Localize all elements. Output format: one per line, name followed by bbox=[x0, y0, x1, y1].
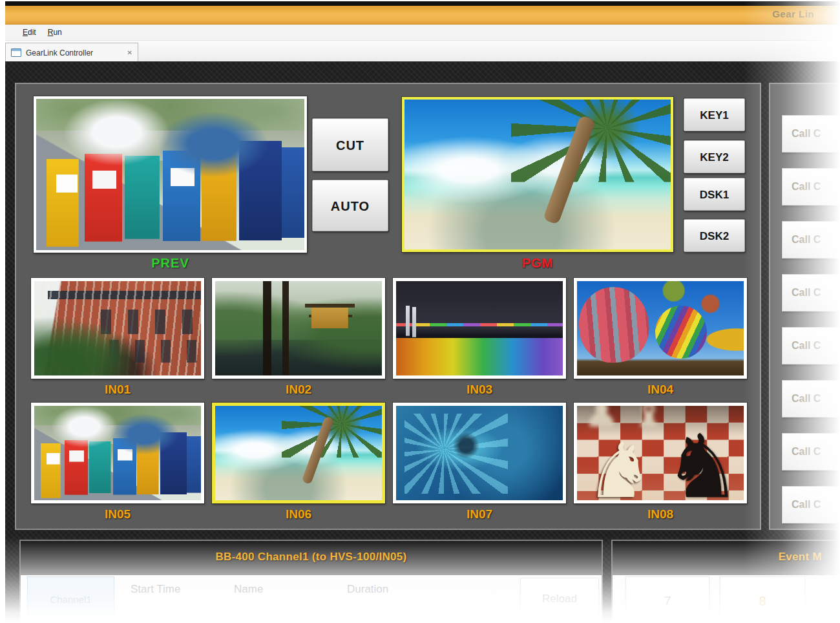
tab-close-icon[interactable] bbox=[127, 49, 132, 56]
switcher-panel: PREV CUT AUTO PGM KEY1 KEY2 DSK1 DSK2 bbox=[15, 83, 761, 530]
call-button-7[interactable]: Call C bbox=[782, 433, 840, 470]
workspace: PREV CUT AUTO PGM KEY1 KEY2 DSK1 DSK2 bbox=[5, 61, 840, 623]
input-label-in01: IN01 bbox=[31, 383, 204, 397]
preview-label: PREV bbox=[34, 256, 307, 271]
call-button-4[interactable]: Call C bbox=[782, 274, 840, 312]
event-header: Event M bbox=[613, 541, 839, 575]
window-title: Gear Lin bbox=[772, 8, 814, 19]
call-button-8[interactable]: Call C bbox=[782, 486, 840, 523]
input-thumbnail-in05[interactable] bbox=[31, 403, 204, 503]
window-top-edge bbox=[5, 1, 840, 6]
window-icon bbox=[11, 48, 21, 57]
input-label-in03: IN03 bbox=[393, 383, 566, 397]
input-thumbnail-in03[interactable] bbox=[393, 278, 566, 379]
preview-monitor bbox=[34, 96, 307, 253]
program-monitor bbox=[402, 97, 673, 252]
input-image-in08 bbox=[577, 406, 744, 500]
event-title: Event M bbox=[613, 551, 839, 564]
black-knight bbox=[664, 423, 742, 500]
call-button-6[interactable]: Call C bbox=[782, 380, 840, 417]
input-label-in05: IN05 bbox=[31, 507, 204, 522]
input-thumbnail-in08[interactable] bbox=[574, 403, 747, 503]
program-image bbox=[404, 100, 671, 249]
bb400-header: BB-400 Channel1 (to HVS-100/IN05) bbox=[21, 541, 602, 575]
column-duration: Duration bbox=[347, 583, 388, 596]
column-name: Name bbox=[234, 583, 263, 596]
bb400-title: BB-400 Channel1 (to HVS-100/IN05) bbox=[21, 551, 602, 564]
tab-bar: GearLink Controller bbox=[5, 41, 840, 63]
input-thumbnail-in01[interactable] bbox=[31, 278, 204, 379]
input-label-in04: IN04 bbox=[574, 383, 747, 397]
input-label-in08: IN08 bbox=[574, 507, 747, 522]
title-bar: Gear Lin bbox=[5, 6, 840, 25]
call-panel: Call C Call C Call C Call C Call C Call … bbox=[769, 83, 840, 530]
call-button-3[interactable]: Call C bbox=[782, 221, 840, 259]
menu-bar: Edit Run bbox=[5, 25, 840, 41]
cut-button[interactable]: CUT bbox=[312, 118, 388, 171]
input-thumbnail-in04[interactable] bbox=[574, 278, 747, 379]
preview-image bbox=[36, 99, 304, 250]
call-button-2[interactable]: Call C bbox=[782, 168, 840, 206]
input-image-in03 bbox=[396, 281, 563, 375]
bb400-panel: BB-400 Channel1 (to HVS-100/IN05) Channe… bbox=[19, 540, 603, 623]
tab-title: GearLink Controller bbox=[26, 48, 93, 58]
input-image-in01 bbox=[34, 281, 201, 375]
event-button-8[interactable]: 8 bbox=[720, 576, 805, 623]
tab-gearlink-controller[interactable]: GearLink Controller bbox=[5, 43, 138, 62]
call-button-1[interactable]: Call C bbox=[782, 115, 840, 153]
screenshot-stage: Gear Lin Edit Run GearLink Controller PR… bbox=[0, 0, 840, 623]
dsk2-button[interactable]: DSK2 bbox=[684, 219, 745, 252]
menu-edit[interactable]: Edit bbox=[17, 26, 42, 39]
input-image-in02 bbox=[215, 281, 382, 375]
auto-button[interactable]: AUTO bbox=[312, 180, 388, 231]
channel1-tab[interactable]: Channel1 bbox=[27, 576, 114, 623]
program-label: PGM bbox=[402, 256, 673, 271]
input-image-in06 bbox=[215, 406, 382, 500]
input-label-in07: IN07 bbox=[393, 507, 566, 522]
input-thumbnail-in02[interactable] bbox=[212, 278, 385, 379]
call-button-5[interactable]: Call C bbox=[782, 327, 840, 364]
event-panel: Event M 7 8 bbox=[611, 540, 840, 623]
key1-button[interactable]: KEY1 bbox=[684, 98, 745, 131]
input-label-in06: IN06 bbox=[212, 507, 385, 522]
menu-run[interactable]: Run bbox=[42, 26, 68, 39]
app-window: Gear Lin Edit Run GearLink Controller PR… bbox=[5, 1, 840, 623]
key2-button[interactable]: KEY2 bbox=[684, 140, 745, 173]
input-image-in05 bbox=[34, 406, 201, 500]
column-start-time: Start Time bbox=[131, 583, 180, 596]
bb400-content: Channel1 Start Time Name Duration Reload bbox=[21, 575, 602, 623]
dsk1-button[interactable]: DSK1 bbox=[684, 178, 745, 211]
input-label-in02: IN02 bbox=[212, 383, 385, 397]
white-knight bbox=[585, 432, 654, 500]
event-content: 7 8 bbox=[613, 575, 839, 623]
input-thumbnail-in06[interactable] bbox=[212, 403, 385, 503]
input-image-in04 bbox=[577, 281, 744, 375]
event-button-7[interactable]: 7 bbox=[625, 576, 709, 623]
input-image-in07 bbox=[396, 406, 563, 500]
input-thumbnail-in07[interactable] bbox=[393, 403, 566, 503]
reload-button[interactable]: Reload bbox=[520, 578, 599, 620]
